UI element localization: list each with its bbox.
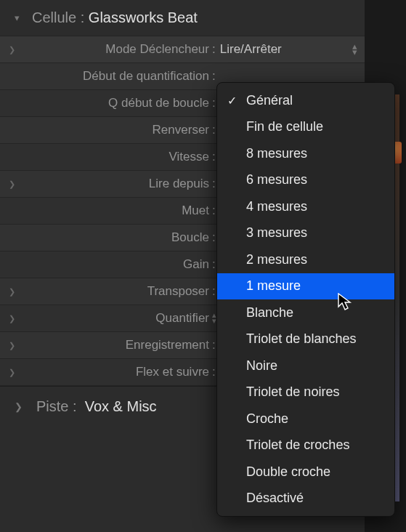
dropdown-item-label: Triolet de blanches bbox=[246, 331, 356, 347]
dropdown-item[interactable]: 1 mesure bbox=[217, 273, 394, 300]
quantize-start-dropdown[interactable]: ✓GénéralFin de cellule8 mesures6 mesures… bbox=[216, 82, 395, 517]
dropdown-item[interactable]: Fin de cellule bbox=[217, 114, 394, 141]
dropdown-item-label: 1 mesure bbox=[246, 278, 301, 294]
dropdown-item-label: Triolet de croches bbox=[246, 438, 349, 453]
dropdown-item[interactable]: 3 mesures bbox=[217, 220, 394, 247]
dropdown-item-label: 8 mesures bbox=[246, 146, 307, 161]
dropdown-item-label: Double croche bbox=[246, 464, 330, 480]
dropdown-item[interactable]: Blanche bbox=[217, 299, 394, 326]
param-label: Flex et suivre bbox=[22, 365, 209, 379]
dropdown-item-label: Noire bbox=[246, 358, 277, 374]
dropdown-item[interactable]: 4 mesures bbox=[217, 193, 394, 220]
chevron-right-icon[interactable]: ❯ bbox=[0, 341, 22, 350]
dropdown-item[interactable]: ✓Général bbox=[217, 87, 394, 114]
dropdown-item-label: 6 mesures bbox=[246, 172, 307, 188]
track-title-prefix: Piste : bbox=[36, 398, 77, 415]
dropdown-item-label: Croche bbox=[246, 411, 288, 427]
param-label: Q début de boucle bbox=[22, 96, 209, 110]
dropdown-item-label: 2 mesures bbox=[246, 252, 307, 267]
param-label: Boucle bbox=[22, 230, 209, 245]
param-label: Début de quantification bbox=[22, 69, 209, 84]
param-label: Lire depuis bbox=[22, 177, 209, 191]
dropdown-item[interactable]: Double croche bbox=[217, 459, 394, 485]
dropdown-item-label: Désactivé bbox=[246, 491, 304, 506]
param-value[interactable]: Lire/Arrêter bbox=[220, 42, 282, 57]
chevron-right-icon[interactable]: ❯ bbox=[0, 45, 22, 55]
dropdown-item[interactable]: Croche bbox=[217, 406, 394, 432]
param-label: Vitesse bbox=[22, 150, 209, 164]
colon: : bbox=[209, 42, 220, 57]
stepper-arrows-icon[interactable]: ▴▾ bbox=[209, 313, 216, 323]
cell-title-prefix: Cellule : bbox=[32, 9, 84, 26]
dropdown-item-label: Triolet de noires bbox=[246, 384, 339, 400]
select-arrows-icon[interactable]: ▴▾ bbox=[352, 44, 357, 55]
track-title-value: Vox & Misc bbox=[85, 398, 157, 415]
dropdown-item-label: Fin de cellule bbox=[246, 119, 323, 134]
dropdown-item[interactable]: Triolet de croches bbox=[217, 432, 394, 459]
param-label: Transposer bbox=[22, 284, 209, 299]
param-label: Muet bbox=[22, 203, 209, 218]
check-icon: ✓ bbox=[227, 94, 237, 108]
dropdown-item[interactable]: Désactivé bbox=[217, 485, 394, 512]
cell-title-value: Glassworks Beat bbox=[89, 9, 198, 26]
chevron-right-icon[interactable]: ❯ bbox=[0, 180, 22, 189]
param-label: Renverser bbox=[22, 123, 209, 137]
dropdown-item-label: 3 mesures bbox=[246, 225, 307, 241]
chevron-right-icon[interactable]: ❯ bbox=[15, 401, 36, 412]
param-label: Quantifier bbox=[22, 311, 209, 326]
cell-header[interactable]: ▾ Cellule : Glassworks Beat bbox=[0, 0, 365, 36]
dropdown-item[interactable]: Triolet de blanches bbox=[217, 326, 394, 353]
dropdown-item[interactable]: 6 mesures bbox=[217, 167, 394, 194]
dropdown-item[interactable]: Noire bbox=[217, 352, 394, 379]
param-label: Gain bbox=[22, 257, 209, 272]
dropdown-item-label: 4 mesures bbox=[246, 199, 307, 214]
param-label: Enregistrement bbox=[22, 338, 209, 352]
dropdown-item[interactable]: 2 mesures bbox=[217, 246, 394, 273]
param-label: Mode Déclencheur bbox=[22, 42, 209, 57]
colon: : bbox=[209, 69, 220, 84]
dropdown-item[interactable]: 8 mesures bbox=[217, 140, 394, 167]
dropdown-item-label: Général bbox=[246, 93, 293, 108]
chevron-right-icon[interactable]: ❯ bbox=[0, 368, 22, 377]
dropdown-item-label: Blanche bbox=[246, 305, 293, 321]
dropdown-item[interactable]: Triolet de noires bbox=[217, 379, 394, 406]
chevron-down-icon[interactable]: ▾ bbox=[15, 12, 32, 23]
chevron-right-icon[interactable]: ❯ bbox=[0, 287, 22, 297]
chevron-right-icon[interactable]: ❯ bbox=[0, 314, 22, 323]
param-row[interactable]: ❯Mode Déclencheur :Lire/Arrêter▴▾ bbox=[0, 36, 365, 63]
